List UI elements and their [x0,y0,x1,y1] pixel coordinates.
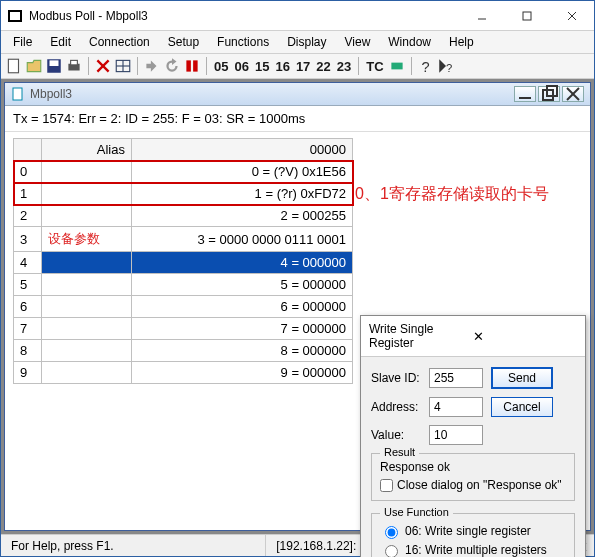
context-help-icon[interactable]: ? [437,57,455,75]
row-alias[interactable] [42,252,132,274]
value-input[interactable] [429,425,483,445]
row-alias[interactable] [42,205,132,227]
toolbar-code-23[interactable]: 23 [335,59,353,74]
menu-connection[interactable]: Connection [81,33,158,51]
maximize-button[interactable] [504,1,549,30]
menu-help[interactable]: Help [441,33,482,51]
close-button[interactable] [549,1,594,30]
table-row: 66 = 000000 [14,296,353,318]
toolbar-code-05[interactable]: 05 [212,59,230,74]
menu-view[interactable]: View [337,33,379,51]
stop-icon[interactable] [183,57,201,75]
table-row: 0 0 = (?V) 0x1E56 [14,161,353,183]
toolbar-code-22[interactable]: 22 [314,59,332,74]
row-index[interactable]: 0 [14,161,42,183]
open-icon[interactable] [25,57,43,75]
menu-setup[interactable]: Setup [160,33,207,51]
fn06-radio[interactable]: 06: Write single register [380,523,566,539]
toolbar-code-06[interactable]: 06 [232,59,250,74]
toolbar-code-16[interactable]: 16 [273,59,291,74]
menu-window[interactable]: Window [380,33,439,51]
svg-rect-8 [50,60,59,66]
save-icon[interactable] [45,57,63,75]
response-ok-text: Response ok [380,460,566,474]
close-on-ok-checkbox[interactable]: Close dialog on "Response ok" [380,478,566,492]
row-value[interactable]: 0 = (?V) 0x1E56 [132,161,353,183]
child-titlebar: Mbpoll3 [5,83,590,106]
row-index[interactable]: 2 [14,205,42,227]
table-row-selected: 4 4 = 000000 [14,252,353,274]
cancel-button[interactable]: Cancel [491,397,553,417]
table-row: 2 2 = 000255 [14,205,353,227]
register-table[interactable]: Alias 00000 0 0 = (?V) 0x1E56 1 1 = (?r)… [13,138,353,384]
status-line: Tx = 1574: Err = 2: ID = 255: F = 03: SR… [5,106,590,132]
table-row: 77 = 000000 [14,318,353,340]
arrows-icon[interactable] [143,57,161,75]
fn16-radio[interactable]: 16: Write multiple registers [380,542,566,557]
reload-icon[interactable] [163,57,181,75]
row-index[interactable]: 4 [14,252,42,274]
menu-edit[interactable]: Edit [42,33,79,51]
row-value[interactable]: 2 = 000255 [132,205,353,227]
menu-file[interactable]: File [5,33,40,51]
menubar: File Edit Connection Setup Functions Dis… [1,31,594,54]
window-title: Modbus Poll - Mbpoll3 [29,9,459,23]
result-group-title: Result [380,446,419,458]
row-index[interactable]: 1 [14,183,42,205]
result-group: Result Response ok Close dialog on "Resp… [371,453,575,501]
dialog-title: Write Single Register [369,322,473,350]
annotation-01: 0、1寄存器存储读取的卡号 [355,184,549,205]
print-icon[interactable] [65,57,83,75]
child-close-button[interactable] [562,86,584,102]
child-restore-button[interactable] [538,86,560,102]
table-row: 55 = 000000 [14,274,353,296]
titlebar: Modbus Poll - Mbpoll3 [1,1,594,31]
col-value: 00000 [132,139,353,161]
svg-rect-18 [391,63,402,70]
row-value[interactable]: 3 = 0000 0000 0111 0001 [132,227,353,252]
slave-id-input[interactable] [429,368,483,388]
toolbar-code-15[interactable]: 15 [253,59,271,74]
mdi-client: Mbpoll3 Tx = 1574: Err = 2: ID = 255: F … [1,79,594,534]
help-icon[interactable]: ? [417,57,435,75]
dialog-close-button[interactable]: ✕ [473,329,577,344]
address-input[interactable] [429,397,483,417]
row-alias[interactable]: 设备参数 [42,227,132,252]
svg-text:?: ? [421,59,429,75]
svg-rect-16 [186,60,191,71]
new-icon[interactable] [5,57,23,75]
doc-icon [11,87,25,101]
value-label: Value: [371,428,429,442]
toolbar: 05 06 15 16 17 22 23 TC ? ? [1,54,594,79]
col-alias: Alias [42,139,132,161]
table-icon[interactable] [114,57,132,75]
close-on-ok-input[interactable] [380,479,393,492]
cancel-icon[interactable] [94,57,112,75]
col-index [14,139,42,161]
svg-rect-17 [193,60,198,71]
main-window: Modbus Poll - Mbpoll3 File Edit Connecti… [0,0,595,557]
menu-display[interactable]: Display [279,33,334,51]
app-icon [7,8,23,24]
toolbar-code-17[interactable]: 17 [294,59,312,74]
row-index[interactable]: 3 [14,227,42,252]
table-row: 99 = 000000 [14,362,353,384]
table-row: 1 1 = (?r) 0xFD72 [14,183,353,205]
address-label: Address: [371,400,429,414]
child-minimize-button[interactable] [514,86,536,102]
row-alias[interactable] [42,183,132,205]
row-value[interactable]: 4 = 000000 [132,252,353,274]
status-hint: For Help, press F1. [1,535,266,556]
dialog-titlebar: Write Single Register ✕ [361,316,585,357]
svg-rect-3 [523,12,531,20]
minimize-button[interactable] [459,1,504,30]
svg-text:?: ? [446,62,452,74]
row-value[interactable]: 1 = (?r) 0xFD72 [132,183,353,205]
memory-icon[interactable] [388,57,406,75]
table-row: 88 = 000000 [14,340,353,362]
svg-rect-1 [10,12,20,20]
send-button[interactable]: Send [491,367,553,389]
toolbar-tc[interactable]: TC [364,59,385,74]
row-alias[interactable] [42,161,132,183]
menu-functions[interactable]: Functions [209,33,277,51]
